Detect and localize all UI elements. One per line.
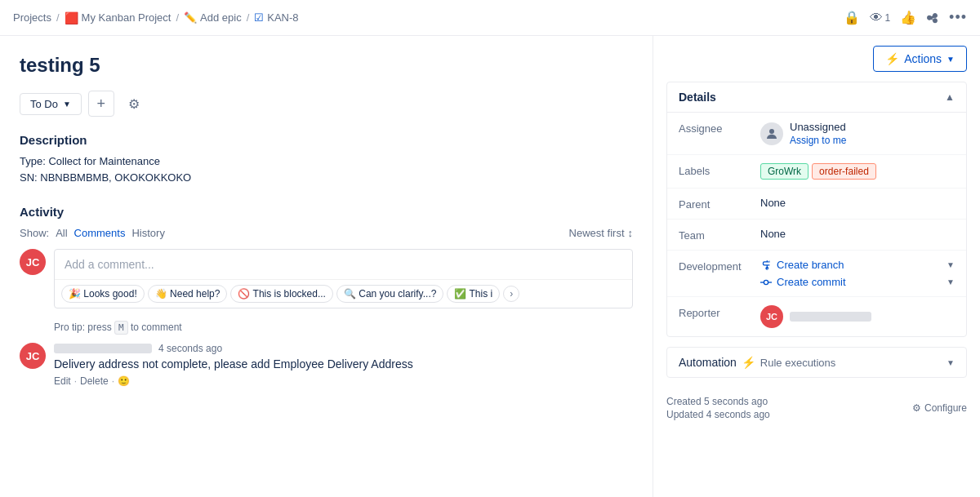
details-panel: Details ▲ Assignee Unassigned Assign to … — [666, 82, 967, 337]
settings-button[interactable]: ⚙ — [121, 91, 147, 117]
comment-meta: 4 seconds ago — [54, 343, 633, 354]
description-section: Description Type: Collect for Maintenanc… — [20, 133, 633, 185]
created-text: Created 5 seconds ago — [666, 396, 770, 407]
more-icon[interactable]: ••• — [949, 9, 967, 26]
breadcrumb-issue-id: ☑ KAN-8 — [254, 11, 298, 24]
quick-action-this[interactable]: ✅ This i — [447, 285, 500, 303]
breadcrumb-projects[interactable]: Projects — [13, 11, 51, 24]
assignee-icon — [760, 122, 783, 145]
labels-row: Labels GroWrk order-failed — [667, 155, 966, 189]
delete-comment-link[interactable]: Delete — [80, 375, 109, 387]
create-commit-expand[interactable]: ▼ — [947, 277, 955, 286]
development-value: Create branch ▼ Create commit ▼ — [760, 259, 955, 288]
breadcrumb-epic: 🟥 My Kanban Project — [65, 11, 172, 24]
quick-action-looks-good[interactable]: 🎉 Looks good! — [61, 285, 145, 303]
quick-action-blocked[interactable]: 🚫 This is blocked... — [230, 285, 332, 303]
quick-action-need-help[interactable]: 👋 Need help? — [148, 285, 228, 303]
eye-icon[interactable]: 👁 1 — [870, 11, 890, 25]
breadcrumb-sep-3: / — [247, 11, 250, 24]
add-child-button[interactable]: + — [88, 91, 114, 117]
comment-input[interactable]: Add a comment... — [55, 250, 632, 279]
pencil-icon: ✏️ — [184, 11, 197, 24]
create-branch-link[interactable]: Create branch — [760, 259, 844, 271]
parent-value: None — [760, 197, 955, 209]
comment-input-row: JC Add a comment... 🎉 Looks good! 👋 Need… — [20, 249, 633, 308]
eye-count: 1 — [884, 12, 890, 24]
task-icon: ☑ — [254, 11, 264, 24]
breadcrumb-sep-2: / — [176, 11, 179, 24]
actions-button[interactable]: ⚡ Actions ▼ — [873, 46, 967, 72]
automation-panel: Automation ⚡ Rule executions ▼ — [666, 347, 967, 378]
parent-row: Parent None — [667, 189, 966, 220]
commenter-avatar: JC — [20, 343, 46, 369]
emoji-reaction-btn[interactable]: 🙂 — [118, 375, 130, 387]
reporter-row: Reporter JC — [667, 297, 966, 336]
pro-tip-key: M — [114, 321, 128, 335]
create-branch-label: Create branch — [777, 259, 844, 271]
automation-expand-icon: ▼ — [947, 358, 955, 367]
details-collapse-icon: ▲ — [945, 91, 955, 103]
description-title: Description — [20, 133, 633, 147]
development-row: Development Create branch ▼ — [667, 251, 966, 297]
quick-action-clarify[interactable]: 🔍 Can you clarify...? — [336, 285, 443, 303]
actions-bar: ⚡ Actions ▼ — [653, 36, 980, 82]
updated-text: Updated 4 seconds ago — [666, 409, 770, 420]
create-commit-link[interactable]: Create commit — [760, 276, 846, 288]
status-chevron: ▼ — [63, 100, 71, 109]
breadcrumb-kan8[interactable]: KAN-8 — [267, 11, 298, 24]
current-user-avatar: JC — [20, 249, 46, 275]
breadcrumb-sep-1: / — [56, 11, 60, 24]
assignee-label: Assignee — [679, 121, 760, 135]
breadcrumb-project-name[interactable]: My Kanban Project — [82, 11, 172, 24]
label-order-failed[interactable]: order-failed — [812, 163, 876, 180]
comment-item: JC 4 seconds ago Delivery address not co… — [20, 343, 633, 387]
left-panel: testing 5 To Do ▼ + ⚙ Description Type: … — [0, 36, 653, 497]
quick-actions-bar: 🎉 Looks good! 👋 Need help? 🚫 This is blo… — [55, 279, 632, 308]
automation-header[interactable]: Automation ⚡ Rule executions ▼ — [667, 348, 966, 377]
breadcrumb-add-epic-link[interactable]: Add epic — [200, 11, 242, 24]
configure-button[interactable]: ⚙ Configure — [912, 402, 967, 414]
comment-actions: Edit · Delete · 🙂 — [54, 375, 633, 387]
create-commit-row: Create commit ▼ — [760, 276, 955, 288]
details-title: Details — [679, 91, 716, 104]
epic-icon: 🟥 — [65, 11, 78, 24]
assignee-info: Unassigned Assign to me — [760, 121, 955, 146]
filter-history[interactable]: History — [131, 227, 164, 239]
team-label: Team — [679, 228, 760, 242]
thumbs-up-icon[interactable]: 👍 — [900, 10, 916, 25]
actions-label: Actions — [904, 52, 942, 65]
configure-icon: ⚙ — [912, 402, 921, 414]
show-row: Show: All Comments History Newest first … — [20, 227, 633, 239]
status-dropdown[interactable]: To Do ▼ — [20, 93, 82, 115]
comment-input-box: Add a comment... 🎉 Looks good! 👋 Need he… — [54, 249, 633, 308]
reporter-label: Reporter — [679, 305, 760, 319]
labels-value: GroWrk order-failed — [760, 163, 955, 180]
label-growrk[interactable]: GroWrk — [760, 163, 808, 180]
sort-label: Newest first — [569, 227, 625, 239]
filter-all[interactable]: All — [56, 227, 67, 239]
footer-panel: Created 5 seconds ago Updated 4 seconds … — [653, 388, 980, 428]
filter-comments[interactable]: Comments — [74, 227, 126, 239]
breadcrumb-add-epic: ✏️ Add epic — [184, 11, 242, 24]
edit-comment-link[interactable]: Edit — [54, 375, 71, 387]
sort-button[interactable]: Newest first ↕ — [569, 227, 633, 239]
footer-times: Created 5 seconds ago Updated 4 seconds … — [666, 396, 770, 420]
details-header[interactable]: Details ▲ — [667, 82, 966, 113]
status-row: To Do ▼ + ⚙ — [20, 91, 633, 117]
pro-tip: Pro tip: press M to comment — [54, 322, 633, 333]
assign-me-link[interactable]: Assign to me — [790, 135, 846, 146]
team-row: Team None — [667, 220, 966, 251]
create-commit-label: Create commit — [777, 276, 846, 288]
share-icon[interactable] — [926, 11, 939, 24]
create-branch-expand[interactable]: ▼ — [947, 260, 955, 269]
show-label: Show: — [20, 227, 49, 239]
automation-sub: Rule executions — [760, 357, 836, 369]
activity-section: Activity Show: All Comments History Newe… — [20, 205, 633, 387]
actions-lightning-icon: ⚡ — [885, 52, 899, 65]
actions-chevron: ▼ — [947, 55, 955, 64]
assignee-value: Unassigned Assign to me — [760, 121, 955, 146]
issue-title: testing 5 — [20, 52, 633, 78]
quick-actions-next[interactable]: › — [503, 286, 519, 302]
labels-list: GroWrk order-failed — [760, 163, 955, 180]
lock-icon[interactable]: 🔒 — [844, 10, 860, 25]
